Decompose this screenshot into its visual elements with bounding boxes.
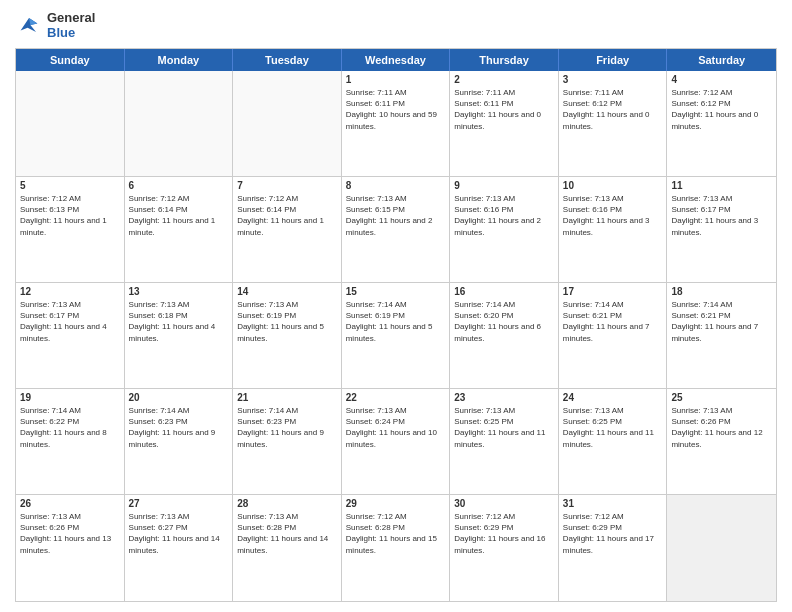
cell-info: Sunrise: 7:13 AMSunset: 6:26 PMDaylight:… (671, 405, 772, 450)
cell-info: Sunrise: 7:13 AMSunset: 6:26 PMDaylight:… (20, 511, 120, 556)
sunset-text: Sunset: 6:25 PM (454, 417, 513, 426)
cell-info: Sunrise: 7:12 AMSunset: 6:28 PMDaylight:… (346, 511, 446, 556)
calendar-cell: 21Sunrise: 7:14 AMSunset: 6:23 PMDayligh… (233, 389, 342, 494)
calendar-cell: 11Sunrise: 7:13 AMSunset: 6:17 PMDayligh… (667, 177, 776, 282)
calendar-cell: 2Sunrise: 7:11 AMSunset: 6:11 PMDaylight… (450, 71, 559, 176)
calendar-cell: 29Sunrise: 7:12 AMSunset: 6:28 PMDayligh… (342, 495, 451, 601)
daylight-text: Daylight: 11 hours and 17 minutes. (563, 534, 654, 554)
daylight-text: Daylight: 11 hours and 13 minutes. (20, 534, 111, 554)
calendar-cell: 4Sunrise: 7:12 AMSunset: 6:12 PMDaylight… (667, 71, 776, 176)
day-number: 10 (563, 180, 663, 191)
weekday-header-wednesday: Wednesday (342, 49, 451, 71)
sunrise-text: Sunrise: 7:14 AM (563, 300, 624, 309)
daylight-text: Daylight: 11 hours and 1 minute. (237, 216, 324, 236)
day-number: 31 (563, 498, 663, 509)
sunrise-text: Sunrise: 7:13 AM (237, 512, 298, 521)
sunset-text: Sunset: 6:11 PM (454, 99, 513, 108)
day-number: 11 (671, 180, 772, 191)
weekday-header-monday: Monday (125, 49, 234, 71)
sunrise-text: Sunrise: 7:13 AM (20, 512, 81, 521)
day-number: 29 (346, 498, 446, 509)
day-number: 21 (237, 392, 337, 403)
calendar-cell: 8Sunrise: 7:13 AMSunset: 6:15 PMDaylight… (342, 177, 451, 282)
calendar-cell (667, 495, 776, 601)
sunset-text: Sunset: 6:26 PM (671, 417, 730, 426)
cell-info: Sunrise: 7:14 AMSunset: 6:21 PMDaylight:… (671, 299, 772, 344)
daylight-text: Daylight: 11 hours and 9 minutes. (129, 428, 216, 448)
cell-info: Sunrise: 7:12 AMSunset: 6:13 PMDaylight:… (20, 193, 120, 238)
sunset-text: Sunset: 6:12 PM (671, 99, 730, 108)
weekday-header-sunday: Sunday (16, 49, 125, 71)
svg-marker-1 (29, 18, 37, 25)
sunset-text: Sunset: 6:24 PM (346, 417, 405, 426)
sunset-text: Sunset: 6:21 PM (563, 311, 622, 320)
calendar-cell: 20Sunrise: 7:14 AMSunset: 6:23 PMDayligh… (125, 389, 234, 494)
cell-info: Sunrise: 7:14 AMSunset: 6:20 PMDaylight:… (454, 299, 554, 344)
calendar-cell: 30Sunrise: 7:12 AMSunset: 6:29 PMDayligh… (450, 495, 559, 601)
calendar-cell: 25Sunrise: 7:13 AMSunset: 6:26 PMDayligh… (667, 389, 776, 494)
sunrise-text: Sunrise: 7:12 AM (129, 194, 190, 203)
day-number: 12 (20, 286, 120, 297)
cell-info: Sunrise: 7:12 AMSunset: 6:14 PMDaylight:… (129, 193, 229, 238)
sunrise-text: Sunrise: 7:13 AM (563, 406, 624, 415)
sunrise-text: Sunrise: 7:14 AM (454, 300, 515, 309)
daylight-text: Daylight: 11 hours and 0 minutes. (671, 110, 758, 130)
sunrise-text: Sunrise: 7:13 AM (346, 194, 407, 203)
sunrise-text: Sunrise: 7:13 AM (237, 300, 298, 309)
calendar-cell: 27Sunrise: 7:13 AMSunset: 6:27 PMDayligh… (125, 495, 234, 601)
calendar-header: SundayMondayTuesdayWednesdayThursdayFrid… (16, 49, 776, 71)
cell-info: Sunrise: 7:13 AMSunset: 6:27 PMDaylight:… (129, 511, 229, 556)
calendar-cell: 18Sunrise: 7:14 AMSunset: 6:21 PMDayligh… (667, 283, 776, 388)
day-number: 22 (346, 392, 446, 403)
sunrise-text: Sunrise: 7:13 AM (129, 300, 190, 309)
sunrise-text: Sunrise: 7:12 AM (563, 512, 624, 521)
daylight-text: Daylight: 11 hours and 8 minutes. (20, 428, 107, 448)
sunrise-text: Sunrise: 7:12 AM (237, 194, 298, 203)
cell-info: Sunrise: 7:13 AMSunset: 6:28 PMDaylight:… (237, 511, 337, 556)
daylight-text: Daylight: 11 hours and 9 minutes. (237, 428, 324, 448)
calendar-row-1: 1Sunrise: 7:11 AMSunset: 6:11 PMDaylight… (16, 71, 776, 177)
cell-info: Sunrise: 7:13 AMSunset: 6:18 PMDaylight:… (129, 299, 229, 344)
day-number: 18 (671, 286, 772, 297)
calendar-row-4: 19Sunrise: 7:14 AMSunset: 6:22 PMDayligh… (16, 389, 776, 495)
daylight-text: Daylight: 11 hours and 5 minutes. (237, 322, 324, 342)
sunrise-text: Sunrise: 7:11 AM (563, 88, 624, 97)
sunset-text: Sunset: 6:23 PM (129, 417, 188, 426)
daylight-text: Daylight: 11 hours and 1 minute. (20, 216, 107, 236)
calendar-cell: 10Sunrise: 7:13 AMSunset: 6:16 PMDayligh… (559, 177, 668, 282)
sunset-text: Sunset: 6:14 PM (129, 205, 188, 214)
cell-info: Sunrise: 7:12 AMSunset: 6:14 PMDaylight:… (237, 193, 337, 238)
daylight-text: Daylight: 11 hours and 1 minute. (129, 216, 216, 236)
cell-info: Sunrise: 7:13 AMSunset: 6:25 PMDaylight:… (563, 405, 663, 450)
day-number: 28 (237, 498, 337, 509)
calendar-cell: 14Sunrise: 7:13 AMSunset: 6:19 PMDayligh… (233, 283, 342, 388)
sunrise-text: Sunrise: 7:12 AM (346, 512, 407, 521)
calendar-cell: 24Sunrise: 7:13 AMSunset: 6:25 PMDayligh… (559, 389, 668, 494)
day-number: 15 (346, 286, 446, 297)
logo-icon (15, 11, 43, 39)
day-number: 20 (129, 392, 229, 403)
daylight-text: Daylight: 11 hours and 4 minutes. (20, 322, 107, 342)
cell-info: Sunrise: 7:13 AMSunset: 6:15 PMDaylight:… (346, 193, 446, 238)
sunrise-text: Sunrise: 7:14 AM (129, 406, 190, 415)
daylight-text: Daylight: 11 hours and 16 minutes. (454, 534, 545, 554)
daylight-text: Daylight: 11 hours and 3 minutes. (671, 216, 758, 236)
calendar-cell: 16Sunrise: 7:14 AMSunset: 6:20 PMDayligh… (450, 283, 559, 388)
calendar-cell: 31Sunrise: 7:12 AMSunset: 6:29 PMDayligh… (559, 495, 668, 601)
sunset-text: Sunset: 6:26 PM (20, 523, 79, 532)
daylight-text: Daylight: 11 hours and 4 minutes. (129, 322, 216, 342)
sunrise-text: Sunrise: 7:14 AM (346, 300, 407, 309)
cell-info: Sunrise: 7:13 AMSunset: 6:17 PMDaylight:… (20, 299, 120, 344)
sunset-text: Sunset: 6:16 PM (454, 205, 513, 214)
day-number: 2 (454, 74, 554, 85)
sunrise-text: Sunrise: 7:13 AM (20, 300, 81, 309)
daylight-text: Daylight: 11 hours and 11 minutes. (563, 428, 654, 448)
sunset-text: Sunset: 6:18 PM (129, 311, 188, 320)
sunset-text: Sunset: 6:27 PM (129, 523, 188, 532)
sunrise-text: Sunrise: 7:13 AM (671, 406, 732, 415)
cell-info: Sunrise: 7:11 AMSunset: 6:11 PMDaylight:… (454, 87, 554, 132)
sunset-text: Sunset: 6:12 PM (563, 99, 622, 108)
calendar-cell: 19Sunrise: 7:14 AMSunset: 6:22 PMDayligh… (16, 389, 125, 494)
cell-info: Sunrise: 7:14 AMSunset: 6:19 PMDaylight:… (346, 299, 446, 344)
weekday-header-friday: Friday (559, 49, 668, 71)
